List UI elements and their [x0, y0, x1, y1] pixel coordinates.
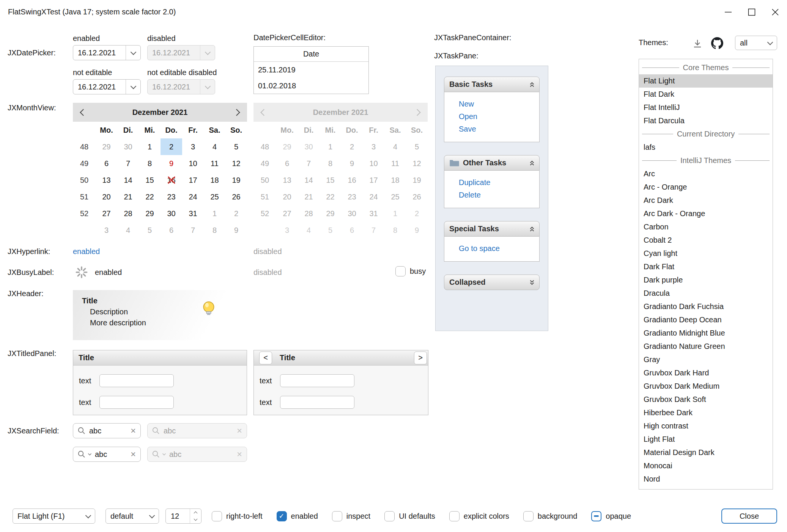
datepicker-field[interactable]: 16.12.2021 [73, 45, 141, 60]
theme-filter-combobox[interactable]: all [735, 36, 777, 50]
calendar-day[interactable]: 18 [204, 172, 225, 188]
theme-list-item[interactable]: Monocai [639, 459, 773, 472]
taskpane-title-bar[interactable]: Special Tasks [444, 221, 540, 237]
calendar-day[interactable]: 14 [117, 172, 139, 188]
theme-list-item[interactable]: Gradianto Deep Ocean [639, 313, 773, 326]
checkbox-enabled[interactable]: ✓enabled [277, 511, 318, 521]
theme-list-item[interactable]: Nord [639, 472, 773, 486]
table-row[interactable]: 25.11.2019 [254, 62, 368, 78]
theme-list-item[interactable]: Gradianto Dark Fuchsia [639, 300, 773, 313]
table-row[interactable]: 01.02.2018 [254, 78, 368, 94]
calendar-day[interactable]: 1 [139, 138, 161, 155]
calendar-day[interactable]: 10 [182, 155, 204, 172]
calendar-day[interactable]: 30 [117, 138, 139, 155]
hyperlink-enabled[interactable]: enabled [73, 246, 100, 256]
calendar-next-button[interactable] [227, 103, 247, 122]
theme-list-item[interactable]: Light Flat [639, 433, 773, 446]
checkbox-explicit-colors[interactable]: explicit colors [449, 511, 509, 521]
search-field[interactable]: abc× [73, 423, 141, 438]
calendar-day[interactable]: 2 [225, 205, 247, 222]
calendar-day[interactable]: 27 [96, 205, 117, 222]
calendar-day[interactable]: 5 [139, 222, 161, 239]
theme-list-item[interactable]: Hiberbee Dark [639, 406, 773, 419]
download-icon[interactable] [692, 38, 703, 49]
calendar-day[interactable]: 30 [161, 205, 182, 222]
calendar-day[interactable]: 15 [139, 172, 161, 188]
taskpane-link[interactable]: Open [459, 112, 535, 121]
theme-list-item[interactable]: Gradianto Midnight Blue [639, 326, 773, 340]
taskpane-link[interactable]: New [459, 100, 535, 108]
datepicker-dropdown-button[interactable] [126, 46, 140, 60]
maximize-button[interactable] [740, 0, 763, 24]
taskpane-title-bar[interactable]: Collapsed [444, 275, 540, 290]
theme-list-item[interactable]: Cyan light [639, 247, 773, 260]
checkbox-opaque[interactable]: opaque [591, 511, 631, 521]
calendar-day[interactable]: 24 [182, 188, 204, 205]
checkbox-ui-defaults[interactable]: UI defaults [384, 511, 435, 521]
calendar-day[interactable]: 28 [117, 205, 139, 222]
calendar-day[interactable]: 31 [182, 205, 204, 222]
calendar-day[interactable]: 8 [139, 155, 161, 172]
theme-list-item[interactable]: Arc Dark [639, 194, 773, 207]
calendar-day[interactable]: 3 [96, 222, 117, 239]
theme-list-item[interactable]: Gruvbox Dark Hard [639, 366, 773, 380]
theme-list-item[interactable]: Dracula [639, 287, 773, 300]
calendar-day[interactable]: 5 [225, 138, 247, 155]
calendar-day[interactable]: 7 [117, 155, 139, 172]
calendar-day[interactable]: 6 [161, 222, 182, 239]
calendar-day[interactable]: 9 [161, 155, 182, 172]
theme-list-item[interactable]: lafs [639, 141, 773, 154]
close-window-button[interactable] [763, 0, 787, 24]
taskpane-title-bar[interactable]: Basic Tasks [444, 77, 540, 92]
theme-list-item[interactable]: Arc - Orange [639, 180, 773, 194]
close-button[interactable]: Close [721, 508, 777, 524]
calendar-day[interactable]: 16 [161, 172, 182, 188]
calendar-day[interactable]: 4 [117, 222, 139, 239]
checkbox-inspect[interactable]: inspect [332, 511, 370, 521]
busy-checkbox[interactable]: busy [395, 266, 426, 276]
theme-list-item[interactable]: Dark purple [639, 273, 773, 287]
theme-list-item[interactable]: Gradianto Nature Green [639, 340, 773, 353]
calendar-day[interactable]: 29 [139, 205, 161, 222]
calendar-day[interactable]: 19 [225, 172, 247, 188]
clear-icon[interactable]: × [131, 450, 136, 459]
calendar-day[interactable]: 20 [96, 188, 117, 205]
spinner-down-button[interactable] [190, 516, 201, 523]
text-input[interactable] [99, 374, 174, 387]
calendar-day[interactable]: 17 [182, 172, 204, 188]
calendar-day[interactable]: 12 [225, 155, 247, 172]
calendar-day[interactable]: 3 [182, 138, 204, 155]
calendar-day[interactable]: 26 [225, 188, 247, 205]
checkbox-background[interactable]: background [523, 511, 578, 521]
theme-list-item[interactable]: Carbon [639, 220, 773, 234]
theme-list-item[interactable]: Flat Dark [639, 88, 773, 101]
taskpane-link[interactable]: Delete [459, 191, 535, 199]
minimize-button[interactable] [716, 0, 740, 24]
text-input[interactable] [99, 396, 174, 409]
theme-list-item[interactable]: Arc Dark - Orange [639, 207, 773, 220]
theme-list-item[interactable]: Cobalt 2 [639, 234, 773, 247]
calendar-day[interactable]: 9 [225, 222, 247, 239]
calendar-day[interactable]: 8 [204, 222, 225, 239]
theme-list-item[interactable]: High contrast [639, 419, 773, 433]
text-input[interactable] [280, 374, 354, 387]
theme-list-item[interactable]: Flat Darcula [639, 114, 773, 127]
theme-list-item[interactable]: Gruvbox Dark Medium [639, 380, 773, 393]
taskpane-title-bar[interactable]: Other Tasks [444, 155, 540, 171]
spinner-up-button[interactable] [190, 509, 201, 516]
text-input[interactable] [280, 396, 354, 409]
calendar-day[interactable]: 25 [204, 188, 225, 205]
theme-list-item[interactable]: Flat Light [639, 74, 773, 88]
datepicker-field[interactable]: 16.12.2021 [73, 79, 141, 94]
taskpane-link[interactable]: Go to space [459, 244, 535, 253]
theme-list-item[interactable]: Flat IntelliJ [639, 101, 773, 114]
calendar-day[interactable]: 23 [161, 188, 182, 205]
calendar-day[interactable]: 13 [96, 172, 117, 188]
font-size-spinner[interactable]: 12 [165, 508, 201, 524]
calendar-day[interactable]: 21 [117, 188, 139, 205]
taskpane-link[interactable]: Save [459, 125, 535, 133]
taskpane-link[interactable]: Duplicate [459, 178, 535, 187]
theme-list-item[interactable]: Gray [639, 353, 773, 366]
calendar-day[interactable]: 2 [161, 138, 182, 155]
font-combobox[interactable]: default [105, 508, 159, 524]
